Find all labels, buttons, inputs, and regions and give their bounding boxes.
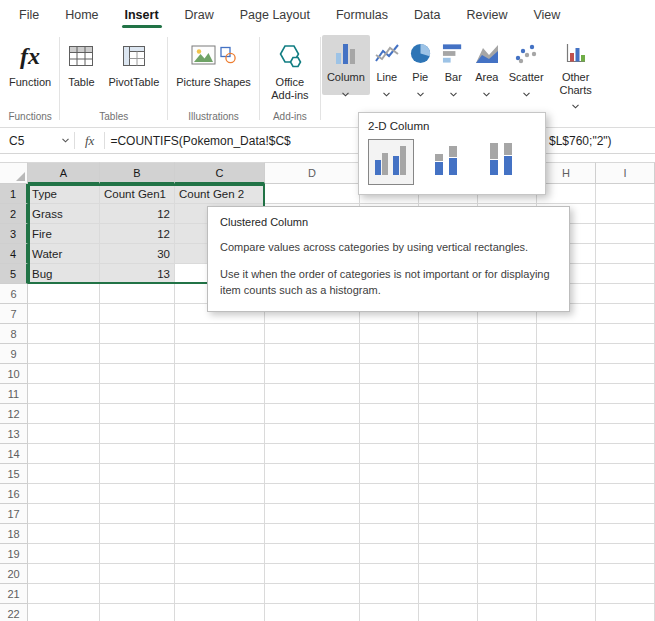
row-header-17[interactable]: 17 [0,504,28,524]
cell-D22[interactable] [265,604,360,621]
cell-D9[interactable] [265,344,360,364]
cell-F8[interactable] [419,324,478,344]
cell-B9[interactable] [100,344,175,364]
cell-H11[interactable] [537,384,596,404]
cell-E17[interactable] [360,504,419,524]
cell-E10[interactable] [360,364,419,384]
cell-C9[interactable] [175,344,265,364]
cell-A5[interactable]: Bug [28,264,100,284]
cell-C19[interactable] [175,544,265,564]
cell-H10[interactable] [537,364,596,384]
cell-D16[interactable] [265,484,360,504]
cell-A9[interactable] [28,344,100,364]
cell-H12[interactable] [537,404,596,424]
cell-C12[interactable] [175,404,265,424]
cell-D12[interactable] [265,404,360,424]
cell-D11[interactable] [265,384,360,404]
cell-B5[interactable]: 13 [100,264,175,284]
cell-B17[interactable] [100,504,175,524]
row-header-13[interactable]: 13 [0,424,28,444]
cell-F14[interactable] [419,444,478,464]
cell-A11[interactable] [28,384,100,404]
cell-I10[interactable] [596,364,655,384]
option-stacked-column[interactable] [423,139,469,185]
cell-B6[interactable] [100,284,175,304]
cell-D13[interactable] [265,424,360,444]
cell-A12[interactable] [28,404,100,424]
picture-shapes-button[interactable]: Picture Shapes [169,35,258,92]
cell-D19[interactable] [265,544,360,564]
cell-I6[interactable] [596,284,655,304]
cell-C11[interactable] [175,384,265,404]
cell-F18[interactable] [419,524,478,544]
cell-I11[interactable] [596,384,655,404]
cell-G15[interactable] [478,464,537,484]
cell-G22[interactable] [478,604,537,621]
line-chart-button[interactable]: Line [370,35,404,95]
tab-draw[interactable]: Draw [172,1,227,30]
cell-A20[interactable] [28,564,100,584]
cell-C8[interactable] [175,324,265,344]
cell-G19[interactable] [478,544,537,564]
cell-I14[interactable] [596,444,655,464]
cell-H18[interactable] [537,524,596,544]
cell-B12[interactable] [100,404,175,424]
cell-H8[interactable] [537,324,596,344]
row-header-1[interactable]: 1 [0,184,28,204]
cell-B20[interactable] [100,564,175,584]
cell-C13[interactable] [175,424,265,444]
cell-F19[interactable] [419,544,478,564]
cell-D8[interactable] [265,324,360,344]
cell-G12[interactable] [478,404,537,424]
cell-A10[interactable] [28,364,100,384]
row-header-3[interactable]: 3 [0,224,28,244]
office-addins-button[interactable]: Office Add-ins [261,35,319,104]
cell-I9[interactable] [596,344,655,364]
cell-A2[interactable]: Grass [28,204,100,224]
cell-C10[interactable] [175,364,265,384]
cell-F20[interactable] [419,564,478,584]
cell-I7[interactable] [596,304,655,324]
cell-B15[interactable] [100,464,175,484]
cell-I8[interactable] [596,324,655,344]
cell-E13[interactable] [360,424,419,444]
cell-G21[interactable] [478,584,537,604]
cell-F15[interactable] [419,464,478,484]
cell-G14[interactable] [478,444,537,464]
pivottable-button[interactable]: PivotTable [102,35,167,92]
cell-H21[interactable] [537,584,596,604]
cell-B4[interactable]: 30 [100,244,175,264]
row-header-9[interactable]: 9 [0,344,28,364]
cell-C14[interactable] [175,444,265,464]
col-header-I[interactable]: I [596,162,655,184]
tab-data[interactable]: Data [401,1,453,30]
cell-C1[interactable]: Count Gen 2 [175,184,265,204]
cell-A22[interactable] [28,604,100,621]
row-header-10[interactable]: 10 [0,364,28,384]
row-header-21[interactable]: 21 [0,584,28,604]
other-charts-button[interactable]: Other Charts [549,35,603,107]
cell-F16[interactable] [419,484,478,504]
tab-home[interactable]: Home [52,1,111,30]
cell-H16[interactable] [537,484,596,504]
cell-I22[interactable] [596,604,655,621]
cell-H17[interactable] [537,504,596,524]
cell-A18[interactable] [28,524,100,544]
cell-B16[interactable] [100,484,175,504]
cell-G17[interactable] [478,504,537,524]
cell-I3[interactable] [596,224,655,244]
cell-C18[interactable] [175,524,265,544]
cell-C20[interactable] [175,564,265,584]
cell-B2[interactable]: 12 [100,204,175,224]
cell-B18[interactable] [100,524,175,544]
cell-H19[interactable] [537,544,596,564]
cell-A15[interactable] [28,464,100,484]
col-header-B[interactable]: B [100,162,175,184]
cell-I1[interactable] [596,184,655,204]
cell-B11[interactable] [100,384,175,404]
cell-C15[interactable] [175,464,265,484]
row-header-5[interactable]: 5 [0,264,28,284]
cell-G20[interactable] [478,564,537,584]
option-100-percent-stacked-column[interactable] [478,139,524,185]
cell-B22[interactable] [100,604,175,621]
